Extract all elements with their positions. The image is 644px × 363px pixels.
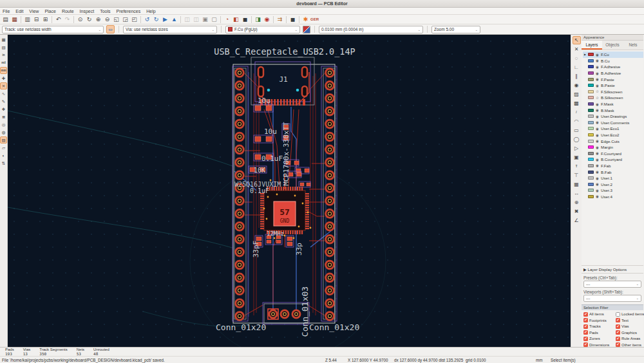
layer-color-swatch[interactable] xyxy=(588,71,594,75)
layer-color-swatch[interactable] xyxy=(588,65,594,68)
layer-color-swatch[interactable] xyxy=(588,158,594,161)
layer-color-swatch[interactable] xyxy=(588,140,594,143)
layer-row-user-4[interactable]: ◉User.4 xyxy=(583,194,643,200)
layer-row-user-3[interactable]: ◉User.3 xyxy=(583,187,643,194)
checkbox-checked-icon[interactable]: ✔ xyxy=(583,337,588,341)
zone-fill-display-icon[interactable]: ▨ xyxy=(0,136,7,144)
checkbox-checked-icon[interactable]: ✔ xyxy=(616,342,620,347)
menu-edit[interactable]: Edit xyxy=(15,9,23,14)
zoom-selection-icon[interactable]: ◰ xyxy=(130,15,138,24)
select-tool-icon[interactable]: ↖ xyxy=(573,36,581,44)
3d-viewer-icon[interactable]: ◼ xyxy=(241,15,249,24)
net-color-mode-icon[interactable]: ❖ xyxy=(0,106,7,113)
redo-icon[interactable]: ↷ xyxy=(63,15,71,24)
units-mm-icon[interactable]: mm xyxy=(0,67,7,74)
layer-row-b-courtyard[interactable]: ◉B.Courtyard xyxy=(583,156,643,163)
zoom-in-icon[interactable]: ⊕ xyxy=(94,15,102,24)
draw-polygon-icon[interactable]: ▷ xyxy=(573,144,581,153)
sketch-tracks-icon[interactable]: ≣ xyxy=(0,113,7,120)
pcb-canvas[interactable]: 57 GND USB_C_Receptacle_USB2.0_14P J1 xyxy=(8,35,571,347)
scripting-console-icon[interactable]: ◼ xyxy=(289,15,297,24)
layer-color-swatch[interactable] xyxy=(588,102,594,106)
net-highlight-icon[interactable]: ✎ xyxy=(0,98,7,105)
layer-row-f-adhesive[interactable]: ◉F.Adhesive xyxy=(583,64,643,70)
add-filled-zone-icon[interactable]: ▨ xyxy=(573,90,581,98)
layer-row-b-cu[interactable]: ◉B.Cu xyxy=(583,58,643,64)
layer-color-swatch[interactable] xyxy=(588,59,594,62)
via-size-dropdown[interactable]: Via: use netclass sizes⌄ xyxy=(123,26,217,33)
zoom-out-icon[interactable]: ⊖ xyxy=(103,15,111,24)
local-ratsnest-icon[interactable]: ◌ xyxy=(573,54,581,62)
layer-row-edge-cuts[interactable]: ◉Edge.Cuts xyxy=(583,138,643,144)
layer-row-b-adhesive[interactable]: ◉B.Adhesive xyxy=(583,70,643,77)
visibility-icon[interactable]: ◉ xyxy=(595,194,600,198)
checkbox-checked-icon[interactable]: ✔ xyxy=(616,318,620,322)
menu-view[interactable]: View xyxy=(29,9,39,14)
filter-text[interactable]: ✔Text xyxy=(616,318,644,322)
visibility-off-icon[interactable]: ⊘ xyxy=(595,89,600,93)
ungroup-icon[interactable]: ◫ xyxy=(192,15,200,24)
layer-color-swatch[interactable] xyxy=(588,127,594,130)
delete-tool-icon[interactable]: ✖ xyxy=(573,207,581,216)
auto-track-width-icon[interactable]: ▭ xyxy=(106,25,115,33)
add-table-icon[interactable]: ▦ xyxy=(573,180,581,189)
dimension-icon[interactable]: ↔ xyxy=(573,189,581,198)
zone-outline-display-icon[interactable]: ▱ xyxy=(0,144,7,151)
checkbox-unchecked-icon[interactable] xyxy=(616,312,620,317)
tab-layers[interactable]: Layers xyxy=(582,41,602,50)
layer-color-swatch[interactable] xyxy=(588,133,594,136)
route-plugin-icon[interactable]: ⇉ xyxy=(276,15,284,24)
update-pcb-from-schematic-icon[interactable]: ◨ xyxy=(254,15,262,24)
visibility-icon[interactable]: ◉ xyxy=(595,65,600,69)
lock-icon[interactable]: ▣ xyxy=(201,15,209,24)
flip-horizontal-icon[interactable]: ▶ xyxy=(161,15,169,24)
visibility-icon[interactable]: ◉ xyxy=(595,71,600,75)
filter-zones[interactable]: ✔Zones xyxy=(583,337,616,341)
menu-inspect[interactable]: Inspect xyxy=(80,9,95,14)
visibility-icon[interactable]: ◉ xyxy=(595,120,600,124)
filter-all-items[interactable]: ✔All items xyxy=(583,312,616,317)
filter-graphics[interactable]: ✔Graphics xyxy=(616,330,644,335)
grid-override-icon[interactable]: ▧ xyxy=(0,44,7,51)
layer-row-user-eco1[interactable]: ◉User.Eco1 xyxy=(583,126,643,132)
unlock-icon[interactable]: ▢ xyxy=(210,15,218,24)
route-diff-pair-icon[interactable]: ∥ xyxy=(573,72,581,80)
layer-color-swatch[interactable] xyxy=(588,189,594,192)
zoom-dropdown[interactable]: Zoom 5.00⌄ xyxy=(431,26,480,33)
visibility-icon[interactable]: ◉ xyxy=(595,163,600,167)
checkbox-checked-icon[interactable]: ✔ xyxy=(583,318,588,322)
window-titlebar[interactable]: devboard — PCB Editor xyxy=(0,0,644,8)
draw-circle-icon[interactable]: ◯ xyxy=(573,135,581,144)
find-icon[interactable]: ⊙ xyxy=(76,15,84,24)
visibility-icon[interactable]: ◉ xyxy=(595,151,600,155)
layer-row-user-2[interactable]: ◉User.2 xyxy=(583,181,643,187)
menu-help[interactable]: Help xyxy=(146,9,155,14)
checkbox-checked-icon[interactable]: ✔ xyxy=(583,342,588,347)
gerber-viewer-icon[interactable]: GER xyxy=(310,15,319,24)
sketch-vias-icon[interactable]: ◎ xyxy=(0,121,7,128)
draw-rectangle-icon[interactable]: ▭ xyxy=(573,126,581,135)
print-icon[interactable]: ⊟ xyxy=(32,15,41,24)
rotate-cw-icon[interactable]: ↻ xyxy=(152,15,160,24)
group-icon[interactable]: ◫ xyxy=(183,15,191,24)
checkbox-checked-icon[interactable]: ✔ xyxy=(583,324,588,329)
menu-route[interactable]: Route xyxy=(62,9,74,14)
visibility-icon[interactable]: ◉ xyxy=(595,176,600,180)
plot-icon[interactable]: ⊞ xyxy=(41,15,50,24)
visibility-icon[interactable]: ◉ xyxy=(595,182,600,186)
layer-row-user-eco2[interactable]: ◉User.Eco2 xyxy=(583,132,643,138)
grid-origin-icon[interactable]: ⊕ xyxy=(573,198,581,207)
add-text-icon[interactable]: T xyxy=(573,162,581,171)
filter-tracks[interactable]: ✔Tracks xyxy=(583,324,616,329)
tab-objects[interactable]: Objects xyxy=(602,41,623,50)
visibility-icon[interactable]: ◉ xyxy=(595,170,600,174)
layer-row-user-drawings[interactable]: ◉User.Drawings xyxy=(583,113,643,120)
visibility-icon[interactable]: ◉ xyxy=(595,133,600,137)
draw-arc-icon[interactable]: ◠ xyxy=(573,117,581,126)
checkbox-checked-icon[interactable]: ✔ xyxy=(616,337,620,341)
visibility-icon[interactable]: ◉ xyxy=(595,77,600,81)
track-width-dropdown[interactable]: Track: use netclass width⌄ xyxy=(2,26,104,33)
filter-rule-areas[interactable]: ✔Rule Areas xyxy=(616,337,644,341)
filter-dimensions[interactable]: ✔Dimensions xyxy=(583,342,616,347)
layer-color-swatch[interactable] xyxy=(588,145,594,149)
